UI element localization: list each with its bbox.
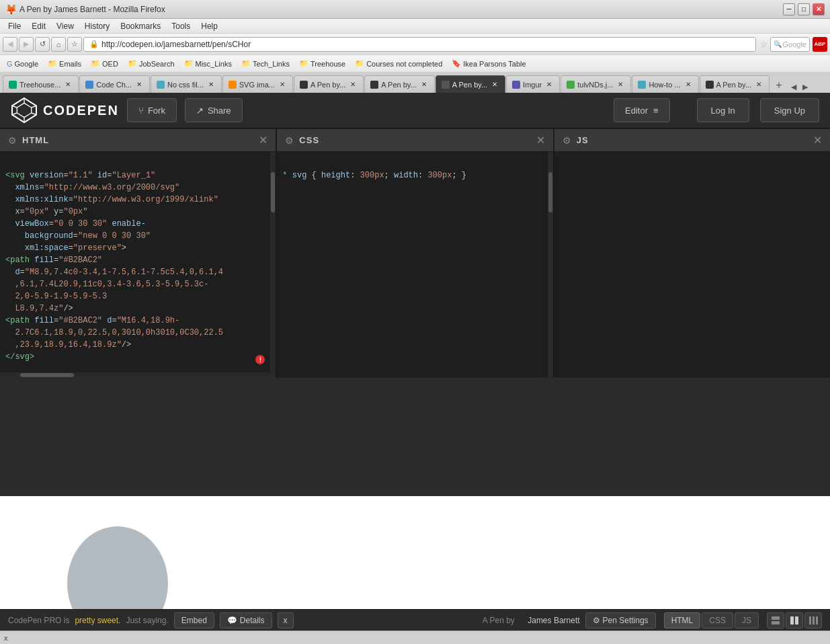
menu-history[interactable]: History: [79, 20, 115, 32]
html-gear-icon[interactable]: ⚙: [8, 135, 17, 146]
tab-close-tulv[interactable]: ✕: [616, 80, 625, 89]
js-editor-header: ⚙ JS ✕: [554, 129, 830, 152]
signup-button[interactable]: Sign Up: [760, 98, 819, 122]
tab-close-imgur[interactable]: ✕: [544, 80, 554, 89]
address-bar[interactable]: 🔒 http://codepen.io/jamesbarnett/pen/sCH…: [83, 37, 756, 52]
forward-button[interactable]: ▶: [19, 37, 34, 52]
new-tab-button[interactable]: +: [770, 78, 788, 93]
tab-bar: Treehouse... ✕ Code Ch... ✕ No css fil..…: [0, 73, 830, 93]
menu-bookmarks[interactable]: Bookmarks: [115, 20, 166, 32]
editor-button[interactable]: Editor ≡: [614, 98, 670, 122]
status-x-button[interactable]: x: [4, 634, 8, 642]
tab-close-pen2[interactable]: ✕: [419, 80, 429, 89]
html-hscrollbar-thumb[interactable]: [20, 373, 74, 377]
menu-tools[interactable]: Tools: [166, 20, 196, 32]
bookmark-tech-links[interactable]: 📁 Tech_Links: [237, 58, 294, 69]
bookmarks-bar: G Google 📁 Emails 📁 OED 📁 JobSearch 📁 Mi…: [0, 55, 830, 73]
layout-icon-1: [771, 616, 780, 625]
tab-nocss[interactable]: No css fil... ✕: [151, 75, 222, 93]
bookmark-treehouse[interactable]: 📁 Treehouse: [295, 58, 349, 69]
adblock-icon: ABP: [813, 37, 827, 52]
tab-close-treehouse[interactable]: ✕: [63, 80, 73, 89]
tab-pen4[interactable]: A Pen by... ✕: [700, 75, 770, 93]
x-button[interactable]: x: [278, 612, 294, 629]
reload-button[interactable]: ↺: [35, 37, 50, 52]
html-scrollbar-thumb[interactable]: [271, 172, 275, 212]
js-editor-body[interactable]: [554, 152, 830, 378]
html-lang-button[interactable]: HTML: [664, 612, 701, 629]
bookmark-ikea[interactable]: 🔖 Ikea Parsons Table: [448, 58, 530, 69]
bookmark-google[interactable]: G Google: [3, 58, 42, 69]
tab-pen1[interactable]: A Pen by... ✕: [294, 75, 364, 93]
login-button[interactable]: Log In: [697, 98, 749, 122]
js-close-button[interactable]: ✕: [813, 134, 822, 147]
back-button[interactable]: ◀: [3, 37, 17, 52]
svg-line-4: [32, 106, 36, 108]
close-button[interactable]: ✕: [813, 3, 825, 15]
tab-imgur[interactable]: Imgur ✕: [506, 75, 560, 93]
tab-pen2[interactable]: A Pen by... ✕: [364, 75, 434, 93]
details-button[interactable]: 💬 Details: [220, 612, 272, 629]
maximize-button[interactable]: □: [798, 3, 810, 15]
menu-view[interactable]: View: [51, 20, 79, 32]
js-gear-icon[interactable]: ⚙: [563, 135, 571, 146]
js-code-area[interactable]: [554, 155, 830, 184]
html-code-area[interactable]: <svg version="1.1" id="Layer_1" xmlns="h…: [0, 155, 276, 378]
tab-howto[interactable]: How-to ... ✕: [632, 75, 698, 93]
html-close-button[interactable]: ✕: [259, 134, 267, 147]
bookmark-courses[interactable]: 📁 Courses not completed: [351, 58, 446, 69]
pen-settings-button[interactable]: ⚙ Pen Settings: [585, 612, 656, 629]
window-title: A Pen by James Barnett - Mozilla Firefox: [19, 5, 783, 14]
bottom-bar: CodePen PRO is pretty sweet. Just saying…: [0, 609, 830, 631]
tab-close-nocss[interactable]: ✕: [206, 80, 216, 89]
css-gear-icon[interactable]: ⚙: [285, 135, 294, 146]
layout-btn-2[interactable]: [786, 612, 803, 629]
bookmark-emails[interactable]: 📁 Emails: [44, 58, 85, 69]
tab-close-pen3[interactable]: ✕: [490, 80, 499, 89]
bookmark-oed[interactable]: 📁 OED: [87, 58, 122, 69]
tab-close-svgima[interactable]: ✕: [278, 80, 287, 89]
tab-close-howto[interactable]: ✕: [683, 80, 693, 89]
tab-close-codech[interactable]: ✕: [134, 80, 144, 89]
css-lang-button[interactable]: CSS: [702, 612, 733, 629]
html-editor-body[interactable]: <svg version="1.1" id="Layer_1" xmlns="h…: [0, 152, 276, 378]
codepen-logo: CODEPEN: [11, 97, 119, 124]
bookmark-page-button[interactable]: ☆: [67, 37, 82, 52]
gear-icon: ⚙: [593, 616, 600, 625]
tab-close-pen1[interactable]: ✕: [348, 80, 358, 89]
fork-button[interactable]: ⑂ Fork: [127, 98, 177, 122]
menu-file[interactable]: File: [3, 20, 26, 32]
tab-favicon-pen2: [370, 81, 378, 89]
js-editor-title: JS: [577, 135, 589, 145]
html-hscrollbar[interactable]: [0, 372, 270, 378]
css-code-area[interactable]: * svg { height: 300px; width: 300px; }: [277, 155, 552, 196]
css-scrollbar-thumb[interactable]: [548, 172, 552, 212]
css-editor-body[interactable]: * svg { height: 300px; width: 300px; }: [277, 152, 552, 378]
home-button[interactable]: ⌂: [51, 37, 66, 52]
tab-codech[interactable]: Code Ch... ✕: [79, 75, 150, 93]
minimize-button[interactable]: ─: [783, 3, 795, 15]
fork-icon: ⑂: [138, 106, 144, 116]
bookmark-jobsearch[interactable]: 📁 JobSearch: [124, 58, 179, 69]
lang-buttons: HTML CSS JS: [664, 612, 759, 629]
share-button[interactable]: ↗ Share: [185, 98, 243, 122]
tab-treehouse[interactable]: Treehouse... ✕: [3, 75, 79, 93]
tab-close-pen4[interactable]: ✕: [754, 80, 763, 89]
js-lang-button[interactable]: JS: [735, 612, 759, 629]
tab-scroll-right[interactable]: ▶: [800, 81, 811, 93]
tab-scroll-left[interactable]: ◀: [788, 81, 799, 93]
layout-btn-1[interactable]: [767, 612, 784, 629]
menu-edit[interactable]: Edit: [26, 20, 51, 32]
css-close-button[interactable]: ✕: [536, 134, 545, 147]
embed-button[interactable]: Embed: [174, 612, 214, 629]
tab-svgima[interactable]: SVG ima... ✕: [222, 75, 293, 93]
menu-help[interactable]: Help: [196, 20, 223, 32]
css-scrollbar[interactable]: [548, 152, 553, 378]
bookmark-misc-links[interactable]: 📁 Misc_Links: [180, 58, 236, 69]
tab-tulv[interactable]: tulvNDs.j... ✕: [561, 75, 631, 93]
html-editor-panel: ⚙ HTML ✕ <svg version="1.1" id="Layer_1"…: [0, 129, 277, 378]
svg-rect-9: [772, 616, 780, 620]
tab-pen3[interactable]: A Pen by... ✕: [435, 75, 505, 93]
html-scrollbar[interactable]: [270, 152, 276, 378]
layout-btn-3[interactable]: [804, 612, 822, 629]
